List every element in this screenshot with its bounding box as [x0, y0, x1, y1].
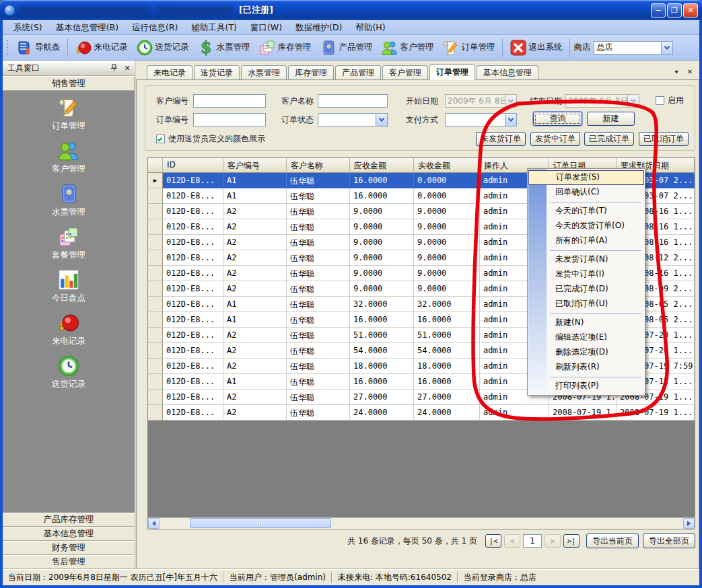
- cell-receivable[interactable]: 27.0000: [350, 390, 414, 405]
- menubar-item-4[interactable]: 窗口(W): [244, 20, 289, 34]
- cell-customer_no[interactable]: A2: [223, 390, 287, 405]
- tab-1[interactable]: 送货记录: [194, 65, 240, 79]
- cell-customer_no[interactable]: A1: [223, 297, 287, 312]
- cell-received[interactable]: 9.0000: [414, 219, 480, 235]
- toolbar-products-button[interactable]: 产品管理: [316, 38, 377, 58]
- cell-order_date[interactable]: 2008-07-19 1...: [549, 405, 617, 420]
- sidebar-item-orders[interactable]: 订单管理: [3, 96, 135, 139]
- cell-id[interactable]: 012D-E8...: [163, 374, 223, 390]
- context-menu-item-3[interactable]: 今天的订单(T): [528, 204, 644, 219]
- next-page-button[interactable]: >: [545, 534, 561, 548]
- cell-customer_no[interactable]: A2: [223, 343, 287, 359]
- horizontal-scrollbar[interactable]: [148, 517, 695, 529]
- cell-id[interactable]: 012D-E8...: [163, 405, 223, 420]
- sidebar-item-packages[interactable]: 套餐管理: [3, 225, 135, 268]
- first-page-button[interactable]: |<: [485, 534, 501, 548]
- menubar-item-1[interactable]: 基本信息管理(B): [49, 20, 125, 34]
- cell-receivable[interactable]: 9.0000: [350, 235, 414, 250]
- cell-receivable[interactable]: 32.0000: [350, 297, 414, 312]
- context-menu-item-5[interactable]: 所有的订单(A): [528, 233, 644, 248]
- cell-customer_no[interactable]: A2: [223, 235, 287, 250]
- filter-completed-button[interactable]: 已完成订单: [584, 132, 634, 146]
- cell-customer_name[interactable]: 伍华聪: [287, 188, 350, 204]
- column-header-received[interactable]: 实收金额: [414, 158, 480, 173]
- prev-page-button[interactable]: <: [504, 534, 520, 548]
- sidebar-item-daily-check[interactable]: 今日盘点: [3, 268, 135, 311]
- filter-unshipped-button[interactable]: 未发货订单: [476, 132, 526, 146]
- cell-receivable[interactable]: 16.0000: [350, 374, 414, 390]
- close-button[interactable]: ✕: [683, 3, 698, 17]
- cell-receivable[interactable]: 16.0000: [350, 173, 414, 188]
- shop-select[interactable]: 总店: [594, 41, 673, 54]
- cell-id[interactable]: 012D-E8...: [163, 359, 223, 374]
- sidebar-item-calls[interactable]: 来电记录: [3, 311, 135, 355]
- tab-5[interactable]: 客户管理: [382, 65, 428, 79]
- cell-received[interactable]: 32.0000: [414, 297, 480, 312]
- cell-receivable[interactable]: 16.0000: [350, 188, 414, 204]
- sidebar-group-sales[interactable]: 销售管理: [3, 76, 135, 91]
- row-selector[interactable]: [148, 297, 163, 312]
- column-header-customer_no[interactable]: 客户编号: [223, 158, 287, 173]
- chevron-down-icon[interactable]: ▾: [671, 67, 682, 77]
- tab-3[interactable]: 库存管理: [288, 65, 334, 79]
- cell-customer_name[interactable]: 伍华聪: [287, 328, 350, 343]
- row-selector[interactable]: ▶: [148, 173, 163, 188]
- context-menu-item-17[interactable]: 打印列表(P): [528, 379, 644, 394]
- row-selector[interactable]: [148, 359, 163, 374]
- cell-received[interactable]: 16.0000: [414, 374, 480, 390]
- cell-customer_no[interactable]: A2: [223, 219, 287, 235]
- cell-customer_name[interactable]: 伍华聪: [287, 204, 350, 219]
- cell-customer_no[interactable]: A1: [223, 312, 287, 328]
- toolbar-delivery-button[interactable]: 送货记录: [132, 38, 193, 58]
- cell-customer_no[interactable]: A2: [223, 405, 287, 420]
- cell-received[interactable]: 18.0000: [414, 359, 480, 374]
- cell-customer_no[interactable]: A2: [223, 204, 287, 219]
- cell-customer_name[interactable]: 伍华聪: [287, 405, 350, 420]
- column-header-receivable[interactable]: 应收金额: [350, 158, 414, 173]
- cell-customer_no[interactable]: A1: [223, 374, 287, 390]
- scrollbar-track[interactable]: [160, 518, 683, 529]
- page-number-input[interactable]: 1: [523, 534, 542, 548]
- toolbar-calls-button[interactable]: 来电记录: [71, 38, 132, 58]
- context-menu-item-4[interactable]: 今天的发货订单(O): [528, 219, 644, 233]
- cell-customer_name[interactable]: 伍华聪: [287, 312, 350, 328]
- cell-customer_no[interactable]: A2: [223, 250, 287, 266]
- search-button[interactable]: 查询: [533, 112, 582, 126]
- delivery-color-checkbox[interactable]: 使用送货员定义的颜色展示: [156, 133, 265, 145]
- cell-received[interactable]: 9.0000: [414, 250, 480, 266]
- tab-4[interactable]: 产品管理: [335, 65, 381, 79]
- context-menu-item-15[interactable]: 刷新列表(R): [528, 360, 644, 375]
- cell-customer_no[interactable]: A1: [223, 173, 287, 188]
- cell-id[interactable]: 012D-E8...: [163, 266, 223, 281]
- menubar-item-5[interactable]: 数据维护(D): [289, 20, 349, 34]
- cell-receivable[interactable]: 18.0000: [350, 359, 414, 374]
- column-header-id[interactable]: ID: [163, 158, 223, 173]
- filter-cancelled-button[interactable]: 已取消订单: [639, 132, 689, 146]
- context-menu-item-13[interactable]: 编辑选定项(E): [528, 330, 644, 345]
- column-header-customer_name[interactable]: 客户名称: [287, 158, 350, 173]
- row-selector[interactable]: [148, 235, 163, 250]
- row-selector[interactable]: [148, 374, 163, 390]
- cell-customer_name[interactable]: 伍华聪: [287, 250, 350, 266]
- cell-received[interactable]: 24.0000: [414, 405, 480, 420]
- cell-receivable[interactable]: 9.0000: [350, 281, 414, 297]
- cell-customer_name[interactable]: 伍华聪: [287, 343, 350, 359]
- cell-receivable[interactable]: 9.0000: [350, 250, 414, 266]
- sidebar-item-customers[interactable]: 客户管理: [3, 139, 135, 182]
- cell-id[interactable]: 012D-E8...: [163, 250, 223, 266]
- close-icon[interactable]: ✕: [122, 63, 132, 73]
- context-menu-item-14[interactable]: 删除选定项(D): [528, 345, 644, 360]
- cell-id[interactable]: 012D-E8...: [163, 204, 223, 219]
- cell-received[interactable]: 51.0000: [414, 328, 480, 343]
- cell-received[interactable]: 16.0000: [414, 312, 480, 328]
- scroll-left-icon[interactable]: [148, 518, 160, 529]
- context-menu-item-12[interactable]: 新建(N): [528, 316, 644, 330]
- cell-receivable[interactable]: 51.0000: [350, 328, 414, 343]
- scroll-right-icon[interactable]: [683, 518, 695, 529]
- maximize-button[interactable]: ❐: [667, 3, 682, 17]
- sidebar-group-3[interactable]: 售后管理: [3, 555, 135, 569]
- tab-7[interactable]: 基本信息管理: [477, 65, 538, 79]
- cell-id[interactable]: 012D-E8...: [163, 328, 223, 343]
- cell-id[interactable]: 012D-E8...: [163, 312, 223, 328]
- pin-icon[interactable]: [109, 63, 118, 73]
